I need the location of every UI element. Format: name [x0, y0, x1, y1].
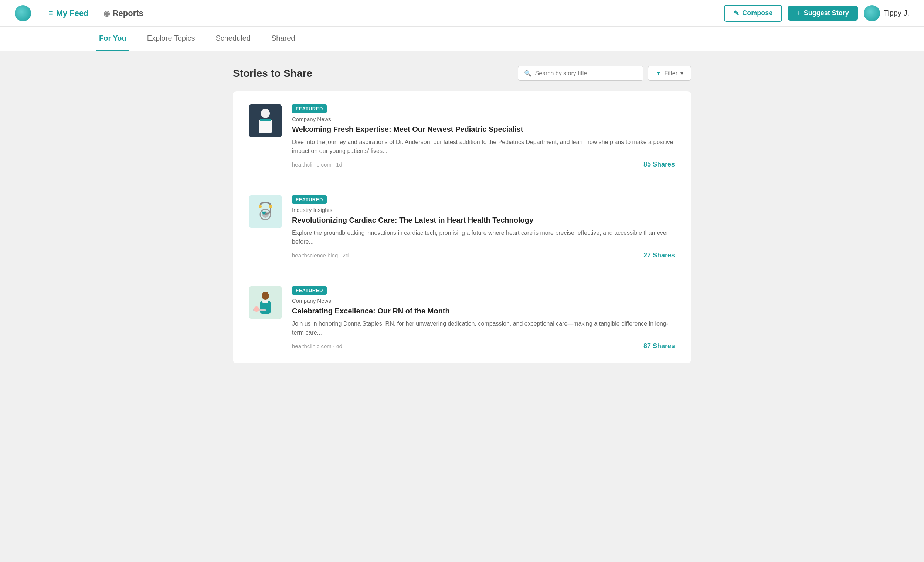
svg-point-8	[269, 205, 272, 208]
user-avatar[interactable]: Tippy J.	[864, 5, 909, 21]
search-icon: 🔍	[524, 70, 531, 77]
user-name: Tippy J.	[884, 9, 909, 17]
story-excerpt: Join us in honoring Donna Staples, RN, f…	[292, 319, 675, 337]
story-title[interactable]: Revolutionizing Cardiac Care: The Latest…	[292, 215, 675, 225]
svg-point-10	[262, 292, 269, 300]
story-source: healthscience.blog · 2d	[292, 252, 348, 259]
tab-shared[interactable]: Shared	[268, 27, 298, 51]
nav-reports-label: Reports	[113, 9, 143, 18]
app-logo[interactable]	[15, 5, 31, 21]
story-item: FEATURED Industry Insights Revolutionizi…	[233, 182, 691, 273]
compose-icon: ✎	[734, 9, 739, 17]
filter-button[interactable]: ▼ Filter ▾	[648, 66, 691, 81]
story-title[interactable]: Celebrating Excellence: Our RN of the Mo…	[292, 306, 675, 316]
suggest-story-button[interactable]: + Suggest Story	[788, 6, 858, 21]
story-excerpt: Dive into the journey and aspirations of…	[292, 138, 675, 155]
search-input[interactable]	[535, 70, 637, 77]
story-content: FEATURED Industry Insights Revolutionizi…	[292, 195, 675, 259]
story-meta: healthclinic.com · 1d 85 Shares	[292, 161, 675, 168]
tab-scheduled[interactable]: Scheduled	[213, 27, 254, 51]
story-thumbnail	[249, 105, 282, 137]
compose-label: Compose	[742, 9, 772, 17]
story-source: healthclinic.com · 1d	[292, 161, 342, 167]
story-excerpt: Explore the groundbreaking innovations i…	[292, 229, 675, 246]
nav-my-feed-label: My Feed	[56, 9, 89, 18]
stories-card: FEATURED Company News Welcoming Fresh Ex…	[233, 91, 691, 363]
nav-links: ≡ My Feed ◉ Reports	[43, 6, 712, 21]
svg-point-1	[261, 109, 270, 118]
tabs-bar: For You Explore Topics Scheduled Shared	[0, 27, 924, 51]
svg-rect-12	[262, 300, 268, 303]
tab-for-you[interactable]: For You	[96, 27, 129, 51]
globe-icon: ◉	[104, 9, 110, 18]
story-item: FEATURED Company News Celebrating Excell…	[233, 273, 691, 363]
compose-button[interactable]: ✎ Compose	[724, 5, 782, 22]
stories-header: Stories to Share 🔍 ▼ Filter ▾	[233, 66, 691, 81]
story-title[interactable]: Welcoming Fresh Expertise: Meet Our Newe…	[292, 124, 675, 134]
story-item: FEATURED Company News Welcoming Fresh Ex…	[233, 91, 691, 182]
filter-icon: ▼	[656, 70, 662, 77]
nav-my-feed[interactable]: ≡ My Feed	[43, 6, 94, 21]
story-shares[interactable]: 87 Shares	[644, 342, 675, 350]
story-source: healthclinic.com · 4d	[292, 343, 342, 349]
story-category: Industry Insights	[292, 207, 675, 213]
story-category: Company News	[292, 297, 675, 304]
menu-icon: ≡	[49, 9, 53, 17]
nav-actions: ✎ Compose + Suggest Story Tippy J.	[724, 5, 909, 22]
avatar	[864, 5, 880, 21]
svg-rect-3	[260, 119, 270, 121]
search-filter: 🔍 ▼ Filter ▾	[518, 66, 691, 81]
suggest-label: Suggest Story	[804, 9, 849, 17]
stories-title: Stories to Share	[233, 67, 312, 79]
filter-label: Filter	[664, 70, 678, 77]
story-content: FEATURED Company News Celebrating Excell…	[292, 286, 675, 350]
story-shares[interactable]: 85 Shares	[644, 161, 675, 168]
story-thumbnail	[249, 286, 282, 319]
plus-icon: +	[797, 9, 801, 17]
featured-badge: FEATURED	[292, 105, 327, 113]
story-content: FEATURED Company News Welcoming Fresh Ex…	[292, 105, 675, 168]
story-meta: healthscience.blog · 2d 27 Shares	[292, 251, 675, 259]
navbar: ≡ My Feed ◉ Reports ✎ Compose + Suggest …	[0, 0, 924, 27]
featured-badge: FEATURED	[292, 286, 327, 294]
svg-rect-2	[259, 119, 272, 133]
story-shares[interactable]: 27 Shares	[644, 251, 675, 259]
tab-explore-topics[interactable]: Explore Topics	[144, 27, 198, 51]
main-content: Stories to Share 🔍 ▼ Filter ▾	[203, 51, 721, 378]
svg-point-14	[254, 306, 259, 312]
nav-reports[interactable]: ◉ Reports	[98, 6, 149, 21]
search-box: 🔍	[518, 66, 644, 81]
story-thumbnail	[249, 195, 282, 228]
chevron-down-icon: ▾	[680, 70, 683, 77]
featured-badge: FEATURED	[292, 195, 327, 204]
story-category: Company News	[292, 116, 675, 122]
svg-point-7	[259, 205, 262, 208]
story-meta: healthclinic.com · 4d 87 Shares	[292, 342, 675, 350]
